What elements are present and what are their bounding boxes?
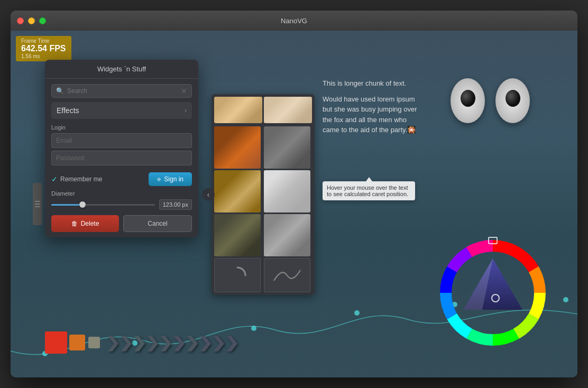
- eye-left: [451, 78, 485, 123]
- diameter-slider[interactable]: [51, 204, 155, 206]
- text-paragraph-2: Would have used lorem ipsum but she was …: [323, 94, 423, 135]
- pupil-left: [461, 90, 475, 107]
- panel-body: 🔍 ✕ Effects › Login ✓ Remember: [45, 79, 198, 237]
- arrow-icon-10: ❯: [224, 334, 239, 352]
- sign-in-button[interactable]: ⎆ Sign in: [149, 172, 192, 186]
- color-block-red[interactable]: [45, 331, 67, 354]
- diameter-label: Diameter: [51, 190, 192, 197]
- delete-button[interactable]: 🗑 Delete: [51, 215, 119, 232]
- arrow-icon-3: ❯: [132, 334, 146, 352]
- window-title: NanoVG: [281, 17, 307, 25]
- app-window: NanoVG Frame Time 642.54 FPS 1.56 ms: [11, 11, 577, 377]
- delete-label: Delete: [81, 220, 99, 227]
- remember-me-checkbox[interactable]: ✓ Remember me: [51, 175, 102, 183]
- cancel-label: Cancel: [148, 220, 167, 227]
- slider-fill: [51, 204, 82, 206]
- list-item[interactable]: [264, 170, 310, 213]
- email-input[interactable]: [51, 133, 192, 148]
- arrow-icon-6: ❯: [171, 334, 186, 352]
- list-item[interactable]: [214, 97, 262, 123]
- chevron-right-icon: ›: [185, 107, 187, 114]
- arrow-icon-1: ❯: [105, 334, 120, 352]
- svg-point-3: [354, 310, 360, 316]
- arrow-icon-2: ❯: [118, 334, 133, 352]
- list-item[interactable]: [214, 170, 261, 213]
- fps-value: 642.54 FPS: [21, 44, 66, 53]
- color-block-orange[interactable]: [69, 335, 85, 350]
- eye-right: [495, 78, 530, 123]
- search-box[interactable]: 🔍 ✕: [51, 84, 192, 98]
- maximize-button[interactable]: [39, 17, 46, 24]
- remember-me-label: Remember me: [60, 175, 102, 183]
- password-input[interactable]: [51, 151, 192, 165]
- color-arrows: ❯ ❯ ❯ ❯ ❯ ❯ ❯ ❯ ❯ ❯: [45, 331, 237, 354]
- list-item[interactable]: [264, 97, 312, 123]
- image-grid-cells: [214, 97, 312, 292]
- effects-row[interactable]: Effects ›: [51, 102, 192, 119]
- cancel-button[interactable]: Cancel: [123, 215, 192, 232]
- image-grid: ‹: [212, 94, 315, 295]
- arrow-icon-8: ❯: [198, 334, 213, 352]
- signin-label: Sign in: [164, 175, 183, 183]
- handle-line: [35, 204, 40, 205]
- tooltip-arrow: [366, 177, 372, 181]
- diameter-value: 123.00 px: [159, 199, 192, 210]
- handle-line: [35, 206, 40, 207]
- color-wheel-svg: [435, 235, 551, 351]
- search-icon: 🔍: [56, 87, 64, 95]
- close-button[interactable]: [17, 17, 24, 24]
- color-wheel: [435, 235, 551, 351]
- list-item[interactable]: [264, 126, 310, 169]
- side-handle[interactable]: [33, 183, 42, 225]
- search-clear-icon[interactable]: ✕: [181, 87, 187, 95]
- traffic-lights: [17, 17, 46, 24]
- trash-icon: 🗑: [71, 220, 78, 227]
- arrow-icon-5: ❯: [158, 334, 173, 352]
- svg-point-5: [563, 297, 568, 302]
- list-item[interactable]: [264, 214, 310, 256]
- widget-panel: Widgets `n Stuff 🔍 ✕ Effects › Login: [45, 60, 198, 237]
- minimize-button[interactable]: [28, 17, 35, 24]
- signin-icon: ⎆: [157, 175, 161, 183]
- list-item[interactable]: [214, 214, 261, 256]
- eyes-container: [451, 78, 530, 123]
- text-block: This is longer chunk of text. Would have…: [323, 78, 423, 141]
- tooltip-box: Hover your mouse over the text to see ca…: [323, 181, 415, 200]
- arrow-icon-9: ❯: [211, 334, 226, 352]
- main-content: Frame Time 642.54 FPS 1.56 ms Widgets `n…: [11, 31, 577, 377]
- list-item[interactable]: [214, 126, 261, 169]
- checkmark-icon: ✓: [51, 175, 58, 183]
- color-block-gray[interactable]: [88, 337, 100, 348]
- list-item[interactable]: [264, 258, 310, 292]
- slider-row: 123.00 px: [51, 199, 192, 210]
- login-label: Login: [51, 124, 192, 131]
- svg-point-2: [251, 326, 256, 331]
- fps-label: Frame Time: [21, 38, 66, 44]
- tooltip-text: Hover your mouse over the text to see ca…: [327, 184, 408, 197]
- handle-line: [35, 201, 40, 202]
- titlebar: NanoVG: [11, 11, 577, 31]
- pupil-right: [506, 90, 520, 107]
- arrow-icon-4: ❯: [145, 334, 160, 352]
- search-input[interactable]: [67, 87, 181, 95]
- list-item[interactable]: [214, 258, 261, 292]
- arrow-icon-7: ❯: [185, 334, 199, 352]
- text-paragraph-1: This is longer chunk of text.: [323, 78, 423, 89]
- remember-row: ✓ Remember me ⎆ Sign in: [51, 172, 192, 186]
- fps-overlay: Frame Time 642.54 FPS 1.56 ms: [16, 36, 71, 61]
- fps-ms: 1.56 ms: [21, 53, 66, 59]
- buttons-row: 🗑 Delete Cancel: [51, 215, 192, 232]
- effects-label: Effects: [57, 106, 79, 115]
- panel-title: Widgets `n Stuff: [45, 60, 198, 79]
- grid-nav-left[interactable]: ‹: [202, 188, 215, 201]
- slider-thumb[interactable]: [79, 201, 86, 208]
